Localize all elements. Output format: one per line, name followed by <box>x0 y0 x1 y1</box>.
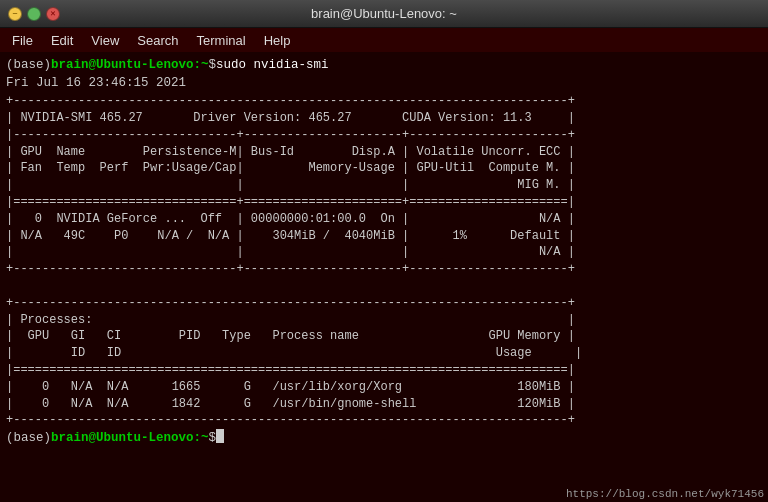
close-button[interactable]: ✕ <box>46 7 60 21</box>
final-prompt-char: $ <box>209 429 217 447</box>
menu-item-file[interactable]: File <box>4 31 41 50</box>
nvidia-output-line: +---------------------------------------… <box>6 93 762 110</box>
nvidia-output-line <box>6 278 762 295</box>
nvidia-output-line: +---------------------------------------… <box>6 412 762 429</box>
nvidia-output-line: +-------------------------------+-------… <box>6 261 762 278</box>
maximize-button[interactable] <box>27 7 41 21</box>
nvidia-output-line: | NVIDIA-SMI 465.27 Driver Version: 465.… <box>6 110 762 127</box>
nvidia-output-line: +---------------------------------------… <box>6 295 762 312</box>
nvidia-output-line: |=======================================… <box>6 362 762 379</box>
prompt-char: $ <box>209 56 217 74</box>
nvidia-output-line: |-------------------------------+-------… <box>6 127 762 144</box>
nvidia-output-line: | ID ID Usage | <box>6 345 762 362</box>
menu-item-edit[interactable]: Edit <box>43 31 81 50</box>
final-prompt-line: (base) brain@Ubuntu-Lenovo:~$ <box>6 429 762 447</box>
final-base-prefix: (base) <box>6 429 51 447</box>
nvidia-output-line: | 0 N/A N/A 1665 G /usr/lib/xorg/Xorg 18… <box>6 379 762 396</box>
nvidia-output-line: | GPU GI CI PID Type Process name GPU Me… <box>6 328 762 345</box>
nvidia-output-line: | GPU Name Persistence-M| Bus-Id Disp.A … <box>6 144 762 161</box>
cursor <box>216 429 224 443</box>
command-text: sudo nvidia-smi <box>216 56 329 74</box>
menu-item-search[interactable]: Search <box>129 31 186 50</box>
nvidia-output-line: | Fan Temp Perf Pwr:Usage/Cap| Memory-Us… <box>6 160 762 177</box>
menu-item-terminal[interactable]: Terminal <box>189 31 254 50</box>
user-host: brain@Ubuntu-Lenovo:~ <box>51 56 209 74</box>
date-line: Fri Jul 16 23:46:15 2021 <box>6 74 762 92</box>
terminal-body[interactable]: (base) brain@Ubuntu-Lenovo:~$ sudo nvidi… <box>0 52 768 502</box>
nvidia-output: +---------------------------------------… <box>6 93 762 429</box>
menu-item-help[interactable]: Help <box>256 31 299 50</box>
url-watermark: https://blog.csdn.net/wyk71456 <box>566 488 764 500</box>
menubar: FileEditViewSearchTerminalHelp <box>0 28 768 52</box>
nvidia-output-line: | 0 NVIDIA GeForce ... Off | 00000000:01… <box>6 211 762 228</box>
minimize-button[interactable]: – <box>8 7 22 21</box>
nvidia-output-line: | | | MIG M. | <box>6 177 762 194</box>
nvidia-output-line: |===============================+=======… <box>6 194 762 211</box>
nvidia-output-line: | 0 N/A N/A 1842 G /usr/bin/gnome-shell … <box>6 396 762 413</box>
base-prefix: (base) <box>6 56 51 74</box>
nvidia-output-line: | Processes: | <box>6 312 762 329</box>
final-user-host: brain@Ubuntu-Lenovo:~ <box>51 429 209 447</box>
command-line: (base) brain@Ubuntu-Lenovo:~$ sudo nvidi… <box>6 56 762 74</box>
menu-item-view[interactable]: View <box>83 31 127 50</box>
nvidia-output-line: | N/A 49C P0 N/A / N/A | 304MiB / 4040Mi… <box>6 228 762 245</box>
titlebar: – ✕ brain@Ubuntu-Lenovo: ~ <box>0 0 768 28</box>
nvidia-output-line: | | | N/A | <box>6 244 762 261</box>
window-title: brain@Ubuntu-Lenovo: ~ <box>68 6 700 21</box>
